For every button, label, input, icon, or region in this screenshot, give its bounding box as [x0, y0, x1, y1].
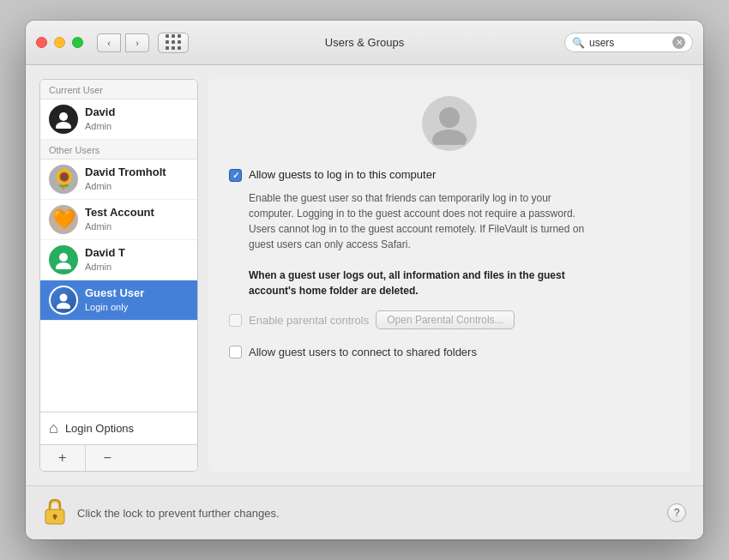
login-options-item[interactable]: ⌂ Login Options — [40, 412, 197, 444]
footer-text: Click the lock to prevent further change… — [77, 507, 667, 520]
user-info-david-tromholt: David Tromholt Admin — [85, 166, 166, 192]
user-name-test-account: Test Account — [85, 206, 154, 220]
close-button[interactable] — [36, 37, 47, 48]
traffic-lights — [36, 37, 83, 48]
login-options-label: Login Options — [65, 422, 134, 435]
lock-icon-wrapper[interactable] — [43, 497, 67, 529]
svg-point-1 — [56, 122, 71, 129]
parental-controls-row: Enable parental controls Open Parental C… — [229, 310, 669, 329]
user-silhouette-icon — [54, 110, 73, 129]
sidebar-bottom: ⌂ Login Options + − — [40, 412, 197, 471]
user-name-david-tromholt: David Tromholt — [85, 166, 166, 180]
search-icon: 🔍 — [572, 37, 585, 49]
user-name-guest: Guest User — [85, 286, 144, 301]
user-item-test-account[interactable]: 🧡 Test Account Admin — [40, 200, 197, 240]
parental-controls-checkbox[interactable] — [229, 314, 242, 327]
main-content: Current User David Admin Other Users 🌻 — [26, 65, 703, 485]
forward-icon: › — [136, 38, 139, 48]
avatar-test-account: 🧡 — [49, 205, 78, 234]
add-icon: + — [58, 450, 66, 466]
detail-panel: Allow guests to log in to this computer … — [208, 79, 690, 472]
footer: Click the lock to prevent further change… — [26, 485, 703, 539]
user-info-test-account: Test Account Admin — [85, 206, 154, 232]
shared-folders-label: Allow guest users to connect to shared f… — [249, 346, 477, 358]
search-input[interactable] — [589, 37, 668, 49]
svg-point-5 — [57, 303, 70, 309]
minimize-button[interactable] — [54, 37, 65, 48]
nav-buttons: ‹ › — [97, 33, 149, 52]
other-users-header: Other Users — [40, 140, 197, 160]
shared-folders-row: Allow guest users to connect to shared f… — [229, 345, 477, 358]
avatar-guest — [49, 286, 78, 315]
allow-guests-checkbox[interactable] — [229, 169, 242, 182]
svg-point-4 — [60, 294, 68, 302]
user-name-david-t: David T — [85, 246, 125, 261]
back-icon: ‹ — [107, 38, 111, 48]
user-item-guest[interactable]: Guest User Login only — [40, 280, 197, 321]
svg-point-2 — [59, 253, 68, 262]
svg-point-6 — [439, 107, 460, 128]
lock-icon — [43, 497, 67, 526]
allow-guests-description: Enable the guest user so that friends ca… — [249, 190, 592, 298]
back-button[interactable]: ‹ — [97, 33, 121, 52]
current-user-role: Admin — [85, 120, 115, 132]
svg-point-3 — [56, 262, 71, 269]
home-icon: ⌂ — [49, 419, 58, 437]
user-info-david-t: David T Admin — [85, 246, 125, 273]
guest-large-avatar — [422, 96, 477, 151]
svg-point-0 — [59, 112, 68, 121]
user-item-david-tromholt[interactable]: 🌻 David Tromholt Admin — [40, 160, 197, 200]
parental-controls-label: Enable parental controls — [249, 314, 369, 327]
maximize-button[interactable] — [72, 37, 83, 48]
allow-guests-label: Allow guests to log in to this computer — [249, 168, 436, 181]
current-user-name: David — [85, 105, 115, 120]
open-parental-label: Open Parental Controls... — [387, 314, 503, 326]
help-button[interactable]: ? — [667, 503, 686, 522]
allow-guests-row: Allow guests to log in to this computer — [229, 168, 669, 182]
help-icon: ? — [674, 507, 680, 519]
guest-large-silhouette-icon — [428, 102, 471, 145]
sidebar-actions: + − — [40, 444, 197, 471]
svg-point-7 — [432, 129, 467, 145]
current-user-item[interactable]: David Admin — [40, 99, 197, 140]
guest-avatar-icon — [55, 292, 72, 309]
warning-text: When a guest user logs out, all informat… — [249, 269, 565, 297]
open-parental-controls-button[interactable]: Open Parental Controls... — [376, 310, 514, 329]
avatar-david-tromholt: 🌻 — [49, 165, 78, 194]
current-user-info: David Admin — [85, 105, 115, 132]
remove-user-button[interactable]: − — [85, 445, 130, 471]
david-t-icon — [54, 250, 73, 269]
shared-folders-checkbox[interactable] — [229, 346, 242, 358]
svg-rect-10 — [54, 516, 56, 520]
minus-icon: − — [104, 450, 111, 466]
grid-icon — [166, 34, 182, 51]
user-info-guest: Guest User Login only — [85, 286, 144, 313]
user-role-test-account: Admin — [85, 220, 154, 232]
main-window: ‹ › Users & Groups 🔍 ✕ Current User — [26, 21, 703, 539]
user-role-guest: Login only — [85, 301, 144, 313]
user-role-david-t: Admin — [85, 261, 125, 273]
add-user-button[interactable]: + — [40, 445, 85, 471]
window-title: Users & Groups — [325, 36, 404, 49]
current-user-avatar — [49, 105, 78, 134]
grid-view-button[interactable] — [158, 33, 189, 53]
search-box[interactable]: 🔍 ✕ — [564, 33, 693, 52]
search-clear-button[interactable]: ✕ — [672, 36, 685, 49]
avatar-david-t — [49, 245, 78, 274]
user-role-david-tromholt: Admin — [85, 180, 166, 192]
titlebar: ‹ › Users & Groups 🔍 ✕ — [26, 21, 703, 65]
sidebar: Current User David Admin Other Users 🌻 — [39, 79, 198, 472]
user-item-david-t[interactable]: David T Admin — [40, 240, 197, 280]
forward-button[interactable]: › — [125, 33, 149, 52]
current-user-header: Current User — [40, 80, 197, 99]
